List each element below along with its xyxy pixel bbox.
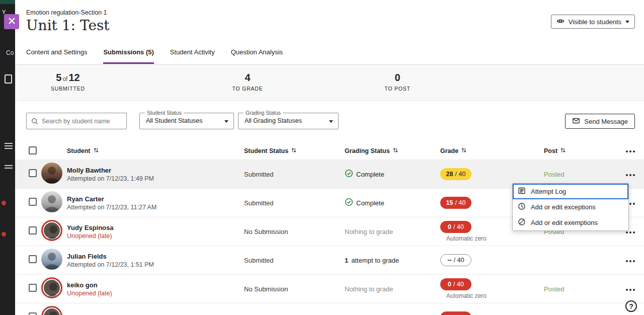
grade-pill[interactable]: --/ 40 — [440, 254, 471, 266]
tab-student-activity[interactable]: Student Activity — [170, 48, 215, 64]
menu-item-label: Attempt Log — [531, 188, 566, 195]
sort-icon — [560, 147, 566, 155]
check-circle-icon — [345, 198, 353, 208]
grade-pill[interactable]: 28/ 40 — [440, 168, 471, 180]
sort-grade[interactable]: Grade — [440, 147, 541, 155]
visibility-label: Visible to students — [569, 18, 621, 26]
chevron-down-icon — [224, 120, 228, 123]
grading-status: Nothing to grade — [345, 285, 440, 293]
column-grading-status: Grading Status — [345, 147, 390, 154]
student-avatar — [41, 249, 62, 270]
student-name[interactable]: Julian Fields — [67, 253, 244, 260]
grade-pill[interactable]: 0/ 40 — [440, 221, 471, 233]
column-student: Student — [67, 147, 91, 154]
row-checkbox[interactable] — [29, 312, 37, 315]
student-name[interactable]: Ryan Carter — [67, 195, 244, 203]
breadcrumb: Emotion regulation-Section 1 — [26, 9, 107, 16]
rail-list-icon — [5, 165, 13, 170]
tab-question-analysis[interactable]: Question Analysis — [231, 48, 283, 64]
student-status-filter-label: Student Status — [145, 110, 184, 116]
send-message-label: Send Message — [584, 118, 628, 125]
student-status: Submitted — [244, 257, 345, 264]
grading-status-filter-label: Grading Status — [244, 110, 283, 116]
sort-student-status[interactable]: Student Status — [244, 147, 345, 155]
grading-status-filter[interactable]: Grading Status All Grading Statuses — [238, 113, 339, 129]
student-status: Submitted — [244, 171, 345, 178]
grade-note: Automatic zero — [446, 292, 487, 299]
sort-grading-status[interactable]: Grading Status — [345, 147, 440, 155]
row-checkbox[interactable] — [29, 226, 37, 234]
close-icon — [9, 17, 15, 26]
student-name[interactable]: keiko gon — [67, 281, 244, 289]
attempt-info: Unopened (late) — [67, 232, 244, 240]
stat-to-grade: 4 TO GRADE — [225, 72, 270, 92]
select-all-checkbox[interactable] — [29, 146, 37, 154]
attempt-info: Attempted on 7/12/23, 11:27 AM — [67, 204, 244, 211]
sort-icon — [461, 147, 467, 155]
tab-submissions[interactable]: Submissions (5) — [103, 48, 153, 64]
grade-pill[interactable]: 15/ 40 — [440, 197, 471, 209]
menu-item-exceptions[interactable]: Add or edit exceptions — [513, 199, 628, 215]
attempt-info: Unopened (late) — [67, 290, 244, 297]
menu-item-label: Add or edit exceptions — [531, 203, 596, 211]
post-status[interactable]: Posted — [541, 285, 619, 293]
student-status-filter[interactable]: Student Status All Student Statuses — [139, 113, 234, 129]
menu-item-attempt-log[interactable]: Attempt Log — [513, 184, 628, 199]
grading-status: 1 attempt to grade — [345, 257, 440, 264]
post-status[interactable]: Posted — [541, 171, 619, 178]
check-circle-icon — [345, 169, 353, 179]
clock-icon — [518, 202, 526, 212]
grade-pill[interactable]: 0/ 40 — [440, 311, 471, 315]
student-avatar — [41, 163, 62, 184]
student-name[interactable]: Yudy Espinosa — [67, 224, 244, 231]
page-title: Unit 1: Test — [26, 17, 110, 34]
chevron-down-icon — [329, 120, 333, 123]
rail-text-fragment: Co — [6, 49, 14, 56]
help-button[interactable]: ? — [625, 300, 637, 312]
sort-post[interactable]: Post — [541, 147, 619, 155]
attempt-log-icon — [518, 187, 526, 196]
grade-pill[interactable]: 0/ 40 — [440, 278, 471, 290]
row-checkbox[interactable] — [29, 169, 37, 177]
rail-top-fragment — [0, 0, 15, 4]
table-overflow-button[interactable] — [624, 147, 637, 155]
row-overflow-button[interactable] — [624, 286, 637, 294]
tab-content-and-settings[interactable]: Content and Settings — [26, 48, 87, 64]
student-avatar — [41, 306, 62, 315]
stat-submitted: 5of12 SUBMITTED — [45, 72, 91, 92]
close-panel-button[interactable] — [4, 14, 19, 29]
row-checkbox[interactable] — [29, 198, 37, 206]
row-checkbox[interactable] — [29, 255, 37, 263]
sort-student[interactable]: Student — [67, 147, 244, 155]
student-status: Submitted — [244, 199, 345, 207]
table-row: 0/ 40 — [15, 303, 644, 315]
grading-status: Complete — [345, 198, 440, 208]
sort-icon — [392, 147, 398, 155]
page: Y Co Emotion regulation-Section 1 Unit 1… — [0, 0, 644, 315]
collapsed-nav-rail: Y Co — [0, 0, 15, 315]
grade-note: Automatic zero — [446, 235, 487, 242]
row-context-menu: Attempt Log Add or edit exceptions Add o… — [512, 183, 629, 231]
row-overflow-button[interactable] — [624, 171, 637, 179]
submission-stats-band: 5of12 SUBMITTED 4 TO GRADE 0 TO POST — [15, 65, 644, 101]
student-name[interactable]: Molly Bawther — [67, 167, 244, 174]
menu-item-exemptions[interactable]: Add or edit exemptions — [513, 215, 628, 230]
table-row: keiko gonUnopened (late)No SubmissionNot… — [15, 274, 644, 303]
row-checkbox[interactable] — [29, 284, 37, 292]
to-grade-label: TO GRADE — [225, 86, 270, 92]
row-overflow-button[interactable] — [624, 257, 637, 265]
student-avatar — [41, 277, 62, 298]
search-input[interactable] — [27, 113, 126, 129]
chevron-down-icon — [625, 21, 629, 23]
submitted-label: SUBMITTED — [45, 86, 91, 92]
tab-bar: Content and Settings Submissions (5) Stu… — [26, 48, 283, 64]
send-message-button[interactable]: Send Message — [565, 114, 635, 129]
table-row: Julian FieldsAttempted on 7/12/23, 1:51 … — [15, 246, 644, 274]
to-post-count: 0 — [394, 72, 400, 83]
grading-status: Complete — [345, 169, 440, 179]
column-student-status: Student Status — [244, 147, 288, 154]
student-avatar — [41, 220, 62, 241]
rail-notification-dot — [2, 232, 6, 237]
stat-to-post: 0 TO POST — [375, 72, 420, 92]
visibility-dropdown-button[interactable]: Visible to students — [551, 15, 635, 29]
